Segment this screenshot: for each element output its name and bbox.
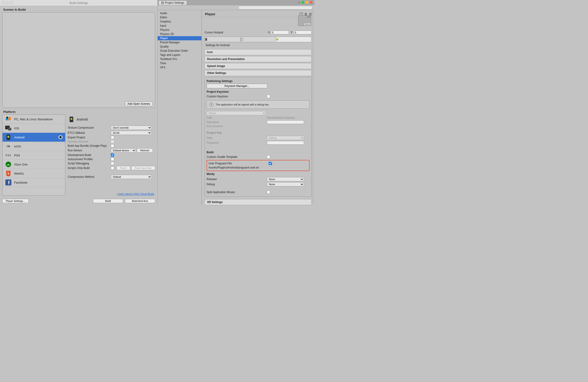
sidebar-item-player[interactable]: Player [158, 36, 202, 40]
sidebar-item-graphics[interactable]: Graphics [158, 20, 202, 24]
custom-gradle-checkbox[interactable] [267, 155, 270, 159]
build-app-bundle-checkbox[interactable] [111, 144, 114, 147]
svg-rect-4 [8, 128, 11, 130]
script-debugging-checkbox[interactable] [111, 162, 114, 165]
sidebar-item-tagslayers[interactable]: Tags and Layers [158, 53, 202, 57]
keystore-password-input [267, 120, 304, 124]
project-settings-window: Project Settings ▪≡ 🔍︎ Audio Editor Grap… [158, 0, 315, 205]
cursor-y-input[interactable] [294, 31, 312, 34]
sidebar-item-time[interactable]: Time [158, 61, 202, 65]
project-settings-tab[interactable]: Project Settings [159, 0, 187, 5]
svg-rect-6 [7, 136, 9, 138]
android-icon [5, 134, 12, 141]
platform-item-android[interactable]: Android [2, 133, 65, 142]
svg-text:5: 5 [8, 172, 9, 175]
settings-search-bar: 🔍︎ [158, 5, 315, 10]
platform-item-xboxone[interactable]: Xbox One [2, 160, 65, 169]
platform-label-text: PC, Mac & Linux Standalone [14, 118, 53, 121]
platform-tabs [205, 37, 312, 42]
tab-ios[interactable] [240, 37, 276, 42]
add-open-scenes-button[interactable]: Add Open Scenes [125, 101, 153, 106]
section-resolution[interactable]: Resolution and Presentation [205, 56, 312, 62]
zoom-icon[interactable] [301, 1, 304, 4]
platform-item-ps4[interactable]: PS4 PS4 [2, 151, 65, 160]
custom-keystore-checkbox[interactable] [267, 95, 270, 98]
settings-category-list: Audio Editor Graphics Input Physics Phys… [158, 10, 202, 205]
tab-android[interactable] [276, 37, 311, 42]
section-other[interactable]: Other Settings [205, 70, 312, 76]
compression-method-select[interactable]: Default [111, 175, 152, 179]
build-settings-titlebar: Build Settings [0, 0, 157, 6]
minify-debug-select[interactable]: None [267, 182, 304, 186]
scripts-only-build-label: Scripts Only Build [68, 166, 111, 170]
build-button[interactable]: Build [93, 199, 123, 203]
platform-item-facebook[interactable]: f Facebook [2, 178, 65, 187]
enter-password-hint: Enter password. [207, 125, 223, 127]
split-binary-checkbox[interactable] [267, 191, 270, 194]
texture-compression-select[interactable]: Don't override [111, 126, 152, 130]
sidebar-item-input[interactable]: Input [158, 24, 202, 28]
development-build-checkbox[interactable] [111, 153, 114, 157]
svg-point-27 [305, 13, 306, 13]
scripts-only-build-checkbox[interactable] [111, 166, 114, 170]
sidebar-item-quality[interactable]: Quality [158, 44, 202, 49]
standalone-icon [5, 116, 12, 123]
sidebar-item-editor[interactable]: Editor [158, 15, 202, 20]
user-proguard-checkbox[interactable] [269, 162, 272, 165]
section-icon[interactable]: Icon [205, 49, 312, 55]
unity-icon [58, 135, 63, 140]
platform-item-webgl[interactable]: 5 WebGL [2, 169, 65, 178]
path-label: Path [207, 116, 267, 119]
sidebar-item-physics2d[interactable]: Physics 2D [158, 32, 202, 36]
section-splash[interactable]: Splash Image [205, 63, 312, 69]
refresh-button[interactable]: Refresh [137, 148, 153, 153]
sidebar-item-audio[interactable]: Audio [158, 11, 202, 15]
platform-item-tvos[interactable]: tv tvOS [2, 142, 65, 151]
sidebar-item-scriptorder[interactable]: Script Execution Order [158, 49, 202, 53]
section-publishing: Publishing Settings Keystore Manager... … [205, 77, 312, 197]
svg-text:?: ? [300, 13, 302, 16]
svg-text:f: f [8, 180, 10, 185]
build-and-run-button[interactable]: Build And Run [125, 199, 155, 203]
minimize-icon[interactable] [306, 1, 308, 4]
dock-menu-icon[interactable]: ▪≡ [298, 1, 300, 4]
cursor-hotspot-label: Cursor Hotspot [205, 31, 268, 34]
platform-item-ios[interactable]: iOS [2, 124, 65, 133]
minify-release-select[interactable]: None [267, 177, 304, 181]
facebook-icon: f [5, 179, 12, 186]
android-icon [69, 116, 74, 123]
build-settings-footer: Player Settings... Build Build And Run [0, 198, 157, 205]
platform-header: Platform [0, 109, 157, 115]
autoconnect-profiler-checkbox[interactable] [111, 158, 114, 161]
player-settings-button[interactable]: Player Settings... [2, 199, 28, 203]
key-password-input [267, 141, 304, 145]
search-input[interactable] [238, 6, 313, 9]
minify-release-label: Release [207, 178, 267, 181]
keystore-manager-button[interactable]: Keystore Manager... [207, 84, 267, 88]
sidebar-item-textmeshpro[interactable]: TextMesh Pro [158, 57, 202, 61]
scrollbar-thumb[interactable] [312, 11, 314, 203]
path-value: Development Keystore [267, 116, 295, 119]
cursor-x-input[interactable] [271, 31, 289, 34]
sidebar-item-vfx[interactable]: VFX [158, 65, 202, 70]
platform-label-text: Facebook [14, 181, 27, 184]
gear-icon [161, 1, 164, 4]
export-project-checkbox[interactable] [111, 136, 114, 139]
publishing-settings-header[interactable]: Publishing Settings [207, 80, 310, 83]
cloud-build-link[interactable]: Learn about Unity Cloud Build [117, 192, 154, 196]
scenes-list[interactable]: Add Open Scenes [2, 12, 155, 108]
close-icon[interactable] [310, 1, 313, 4]
texture-compression-label: Texture Compression [68, 126, 111, 129]
svg-point-31 [310, 14, 311, 15]
etc2-fallback-select[interactable]: 32-bit [111, 131, 152, 135]
appletv-icon: tv [5, 143, 12, 150]
alias-select: Debug [267, 136, 304, 140]
close-icon [2, 1, 5, 4]
svg-rect-1 [8, 117, 11, 120]
sidebar-item-physics[interactable]: Physics [158, 28, 202, 32]
section-xr[interactable]: XR Settings [205, 199, 312, 205]
tab-standalone[interactable] [205, 37, 240, 42]
platform-item-standalone[interactable]: PC, Mac & Linux Standalone [2, 115, 65, 124]
sidebar-item-presetmanager[interactable]: Preset Manager [158, 40, 202, 44]
run-device-select[interactable]: Default device [111, 148, 136, 153]
